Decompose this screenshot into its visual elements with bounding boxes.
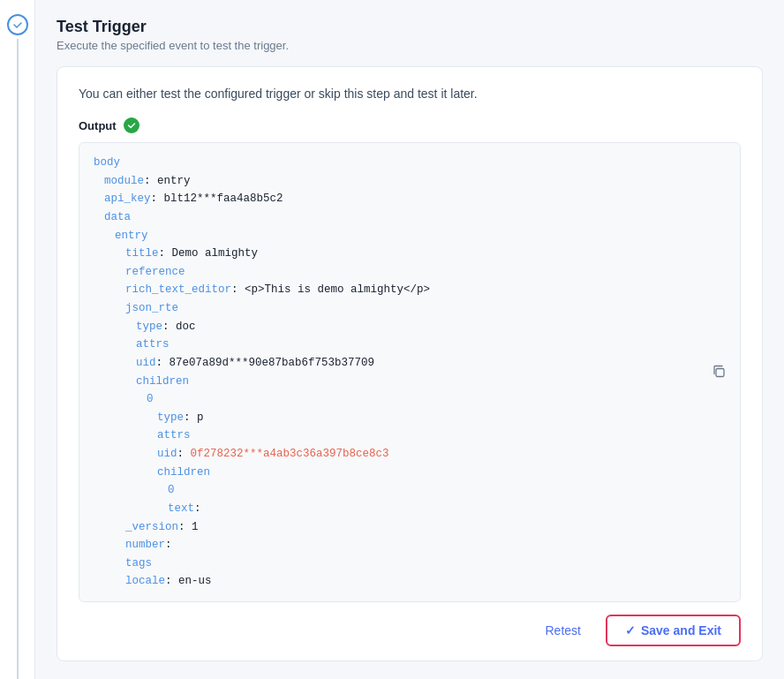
code-line: number: xyxy=(94,536,712,555)
code-line: tags xyxy=(94,555,712,573)
code-line: data xyxy=(94,208,712,227)
code-line: text: xyxy=(94,500,712,518)
code-container: bodymodule: entryapi_key: blt12***faa4a8… xyxy=(79,142,741,602)
output-check-icon xyxy=(124,117,139,133)
code-line: entry xyxy=(94,227,712,245)
code-line: children xyxy=(94,464,712,482)
code-line: reference xyxy=(94,263,712,282)
code-line: api_key: blt12***faa4a8b5c2 xyxy=(94,190,712,208)
code-line: type: doc xyxy=(94,318,712,336)
code-line: body xyxy=(94,154,712,172)
page-subtitle: Execute the specified event to test the … xyxy=(57,39,763,52)
code-line: uid: 87e07a89d***90e87bab6f753b37709 xyxy=(94,354,712,373)
code-line: locale: en-us xyxy=(94,572,712,591)
code-line: _version: 1 xyxy=(94,518,712,537)
code-line: uid: 0f278232***a4ab3c36a397b8ce8c3 xyxy=(94,445,712,464)
card-description: You can either test the configured trigg… xyxy=(79,85,741,103)
output-label: Output xyxy=(79,119,117,132)
save-exit-label: Save and Exit xyxy=(641,623,721,638)
page-header: Test Trigger Execute the specified event… xyxy=(57,18,763,52)
code-line: title: Demo almighty xyxy=(94,245,712,263)
sidebar-line xyxy=(17,39,19,679)
sidebar xyxy=(0,0,35,679)
output-header: Output xyxy=(79,117,741,133)
code-line: children xyxy=(94,373,712,391)
code-line: 0 xyxy=(94,390,712,409)
code-line: attrs xyxy=(94,426,712,445)
code-line: 0 xyxy=(94,481,712,500)
svg-rect-0 xyxy=(716,368,724,376)
footer: Retest ✓ Save and Exit xyxy=(79,615,741,646)
page-title: Test Trigger xyxy=(57,18,763,36)
main-content: Test Trigger Execute the specified event… xyxy=(35,0,784,679)
copy-button[interactable] xyxy=(708,360,729,384)
main-card: You can either test the configured trigg… xyxy=(57,66,763,661)
code-line: module: entry xyxy=(94,172,712,191)
code-line: type: p xyxy=(94,409,712,427)
save-exit-check-icon: ✓ xyxy=(625,623,636,638)
retest-button[interactable]: Retest xyxy=(531,616,594,645)
code-line: rich_text_editor: <p>This is demo almigh… xyxy=(94,281,712,299)
save-exit-button[interactable]: ✓ Save and Exit xyxy=(606,615,741,646)
code-line: attrs xyxy=(94,336,712,354)
step-indicator xyxy=(7,14,28,35)
code-scroll[interactable]: bodymodule: entryapi_key: blt12***faa4a8… xyxy=(79,143,740,601)
code-line: json_rte xyxy=(94,299,712,318)
